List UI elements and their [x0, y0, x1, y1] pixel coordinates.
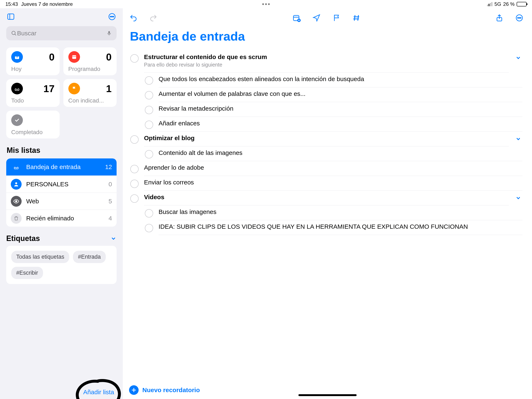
smartlist-flagged-count: 1: [106, 83, 112, 94]
mic-icon[interactable]: [106, 30, 112, 36]
new-reminder-button[interactable]: [129, 385, 139, 395]
complete-toggle[interactable]: [145, 150, 153, 158]
svg-text:7: 7: [16, 56, 18, 59]
share-button[interactable]: [495, 13, 504, 22]
sidebar-toggle-button[interactable]: [6, 12, 15, 21]
svg-line-23: [358, 15, 358, 21]
sidebar-list-item[interactable]: Web5: [6, 193, 117, 210]
tag-chip[interactable]: #Escribir: [11, 267, 43, 279]
home-indicator[interactable]: [298, 394, 357, 396]
network-label: 5G: [494, 1, 501, 7]
svg-rect-8: [108, 31, 110, 34]
eye-icon: [11, 196, 22, 207]
svg-rect-0: [8, 14, 14, 19]
tag-button[interactable]: [352, 13, 361, 22]
undo-button[interactable]: [129, 13, 138, 22]
svg-point-3: [110, 16, 111, 17]
reminder-item[interactable]: Contenido alt de las imagenes: [144, 146, 524, 161]
complete-toggle[interactable]: [145, 121, 153, 129]
sidebar-list-item[interactable]: Bandeja de entrada12: [6, 158, 117, 175]
smartlist-all-label: Todo: [11, 97, 55, 104]
complete-toggle[interactable]: [145, 76, 153, 85]
search-field[interactable]: [6, 26, 117, 40]
status-date: Jueves 7 de noviembre: [21, 1, 73, 7]
smartlist-scheduled[interactable]: 0 Programado: [63, 47, 117, 75]
reminder-parent[interactable]: Estructurar el contenido de que es scrum…: [129, 51, 524, 73]
reminder-title: Revisar la metadescripción: [158, 105, 522, 112]
main-pane: Bandeja de entrada Estructurar el conten…: [123, 8, 532, 399]
complete-toggle[interactable]: [130, 180, 139, 188]
reminder-title: Aprender lo de adobe: [144, 164, 522, 171]
list-item-label: Bandeja de entrada: [26, 163, 101, 170]
chevron-down-icon[interactable]: [514, 136, 522, 142]
reminder-item[interactable]: IDEA: SUBIR CLIPS DE LOS VIDEOS QUE HAY …: [144, 220, 524, 235]
reminder-list: Estructurar el contenido de que es scrum…: [129, 51, 524, 381]
reminder-title: Enviar los correos: [144, 179, 522, 186]
complete-toggle[interactable]: [130, 54, 139, 63]
sidebar-more-button[interactable]: [108, 12, 117, 21]
smartlist-flagged[interactable]: 1 Con indicad...: [63, 79, 117, 107]
calendar-today-icon: 7: [11, 51, 23, 63]
reminder-title: Que todos los encabezados esten alineado…: [158, 76, 522, 83]
smartlist-today-count: 0: [49, 51, 55, 63]
sidebar-list-item[interactable]: PERSONALES0: [6, 175, 117, 193]
multitask-dots[interactable]: [262, 3, 270, 5]
reminder-parent[interactable]: Optimizar el blog: [129, 132, 524, 146]
main-more-button[interactable]: [515, 13, 524, 22]
complete-toggle[interactable]: [145, 209, 153, 218]
list-item-count: 5: [108, 198, 112, 205]
complete-toggle[interactable]: [130, 194, 139, 203]
reminder-title: Videos: [144, 193, 509, 201]
tag-chip[interactable]: #Entrada: [73, 251, 106, 263]
location-button[interactable]: [312, 13, 321, 22]
smartlist-flagged-label: Con indicad...: [68, 97, 112, 104]
smartlist-all[interactable]: 17 Todo: [6, 79, 60, 107]
reminder-item[interactable]: Buscar las imagenes: [144, 206, 524, 220]
chevron-down-icon[interactable]: [514, 195, 522, 201]
svg-point-16: [15, 200, 17, 202]
reminder-parent[interactable]: Aprender lo de adobe: [129, 161, 524, 176]
svg-line-7: [15, 34, 16, 35]
sidebar: 7 0 Hoy 0 Programado: [0, 8, 123, 399]
reminder-item[interactable]: Añadir enlaces: [144, 117, 524, 132]
chevron-down-icon[interactable]: [110, 235, 117, 242]
reminder-sublist: Contenido alt de las imagenes: [144, 146, 524, 161]
tag-chip[interactable]: Todas las etiquetas: [11, 251, 69, 263]
reminder-title: Estructurar el contenido de que es scrum: [144, 53, 509, 60]
calendar-add-button[interactable]: [292, 13, 301, 22]
tray-icon: [11, 83, 23, 94]
add-list-button[interactable]: Añadir lista: [83, 389, 114, 396]
reminder-item[interactable]: Revisar la metadescripción: [144, 102, 524, 117]
smartlist-today[interactable]: 7 0 Hoy: [6, 47, 60, 75]
reminder-parent[interactable]: Videos: [129, 191, 524, 206]
reminder-item[interactable]: Que todos los encabezados esten alineado…: [144, 73, 524, 87]
sidebar-list-item[interactable]: Recién eliminado4: [6, 210, 117, 227]
reminder-subtitle: Para ello debo revisar lo siguiente: [144, 62, 509, 68]
complete-toggle[interactable]: [145, 91, 153, 99]
list-item-count: 0: [108, 181, 112, 188]
new-reminder-label[interactable]: Nuevo recordatorio: [142, 386, 200, 394]
complete-toggle[interactable]: [145, 106, 153, 114]
reminder-title: IDEA: SUBIR CLIPS DE LOS VIDEOS QUE HAY …: [158, 223, 522, 230]
flag-button[interactable]: [332, 13, 341, 22]
tag-box: Todas las etiquetas#Entrada#Escribir: [6, 246, 117, 284]
complete-toggle[interactable]: [130, 135, 139, 144]
redo-button: [149, 13, 158, 22]
status-bar: 15:43 Jueves 7 de noviembre 5G 26 %: [0, 0, 532, 8]
complete-toggle[interactable]: [145, 224, 153, 232]
reminder-parent[interactable]: Enviar los correos: [129, 176, 524, 191]
reminder-title: Aumentar el volumen de palabras clave co…: [158, 90, 522, 97]
search-input[interactable]: [17, 30, 106, 37]
tray-icon: [11, 161, 22, 172]
flag-icon: [68, 83, 80, 94]
calendar-icon: [68, 51, 80, 63]
complete-toggle[interactable]: [130, 165, 139, 173]
reminder-title: Buscar las imagenes: [158, 208, 522, 215]
chevron-down-icon[interactable]: [514, 55, 522, 61]
reminder-title: Optimizar el blog: [144, 135, 509, 142]
reminder-sublist: Que todos los encabezados esten alineado…: [144, 73, 524, 132]
reminder-item[interactable]: Aumentar el volumen de palabras clave co…: [144, 87, 524, 102]
svg-point-28: [518, 18, 518, 18]
signal-icon: [487, 2, 492, 6]
smartlist-completed[interactable]: Completado: [6, 111, 60, 138]
